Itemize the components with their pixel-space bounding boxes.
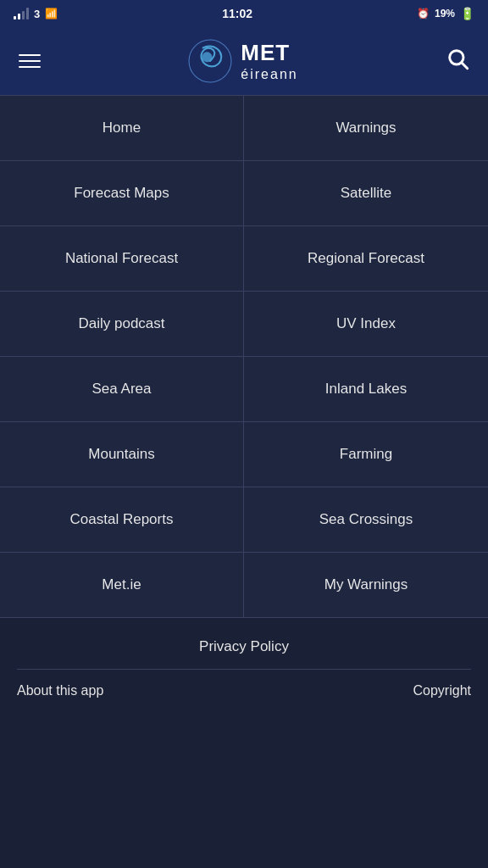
menu-item-regional-forecast[interactable]: Regional Forecast [244, 226, 488, 292]
svg-line-2 [462, 63, 467, 68]
footer: Privacy Policy About this app Copyright [0, 618, 488, 712]
logo-container: MET éireann [188, 39, 297, 83]
menu-item-mountains[interactable]: Mountains [0, 422, 244, 487]
menu-item-my-warnings[interactable]: My Warnings [244, 553, 488, 618]
copyright-link[interactable]: Copyright [413, 683, 471, 698]
status-left: 3 📶 [14, 8, 58, 20]
about-app-link[interactable]: About this app [17, 683, 103, 698]
menu-item-forecast-maps[interactable]: Forecast Maps [0, 161, 244, 226]
alarm-icon: ⏰ [417, 8, 430, 19]
logo-eireann: éireann [241, 66, 297, 82]
header: MET éireann [0, 27, 488, 95]
signal-icon [14, 8, 29, 19]
menu-item-satellite[interactable]: Satellite [244, 161, 488, 226]
met-eireann-logo [188, 39, 232, 83]
search-button[interactable] [442, 43, 473, 80]
menu-item-sea-crossings[interactable]: Sea Crossings [244, 487, 488, 553]
footer-links: About this app Copyright [17, 683, 471, 698]
hamburger-button[interactable] [15, 51, 44, 71]
menu-grid: HomeWarningsForecast MapsSatelliteNation… [0, 95, 488, 618]
menu-item-daily-podcast[interactable]: Daily podcast [0, 292, 244, 357]
footer-divider [17, 669, 471, 670]
status-bar: 3 📶 11:02 ⏰ 19% 🔋 [0, 0, 488, 27]
logo-text: MET éireann [241, 40, 297, 82]
menu-item-inland-lakes[interactable]: Inland Lakes [244, 357, 488, 422]
status-right: ⏰ 19% 🔋 [417, 7, 474, 20]
battery-label: 19% [435, 8, 455, 19]
menu-item-sea-area[interactable]: Sea Area [0, 357, 244, 422]
menu-item-uv-index[interactable]: UV Index [244, 292, 488, 357]
privacy-policy-link[interactable]: Privacy Policy [17, 638, 471, 655]
wifi-icon: 📶 [45, 8, 58, 19]
menu-item-coastal-reports[interactable]: Coastal Reports [0, 487, 244, 553]
menu-item-home[interactable]: Home [0, 96, 244, 161]
network-label: 3 [34, 8, 40, 20]
menu-item-met.ie[interactable]: Met.ie [0, 553, 244, 618]
menu-item-national-forecast[interactable]: National Forecast [0, 226, 244, 292]
menu-item-warnings[interactable]: Warnings [244, 96, 488, 161]
status-time: 11:02 [222, 7, 252, 20]
menu-item-farming[interactable]: Farming [244, 422, 488, 487]
logo-met: MET [241, 40, 297, 66]
battery-icon: 🔋 [460, 7, 474, 20]
